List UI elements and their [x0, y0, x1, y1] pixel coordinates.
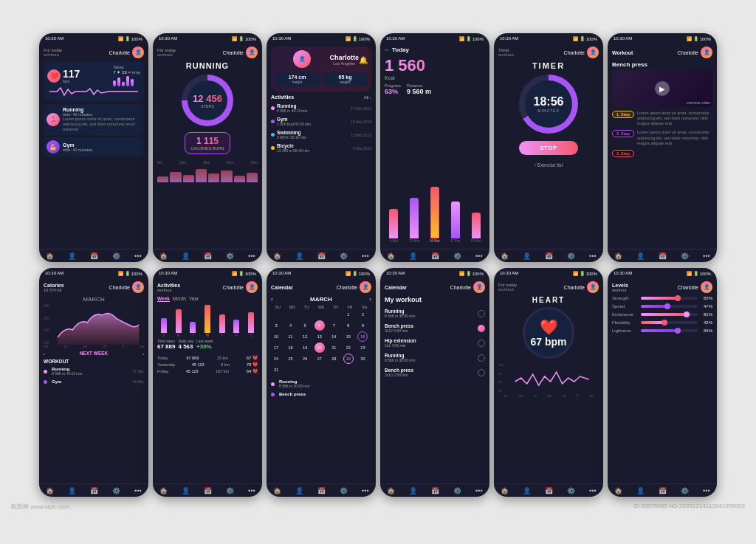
d-26[interactable]: 26	[300, 354, 310, 364]
nav-settings-icon-5[interactable]: ⚙️	[567, 252, 575, 260]
d-1[interactable]: 1	[343, 309, 354, 320]
tab-week[interactable]: Week	[157, 296, 170, 302]
workout-gym-7[interactable]: Gym 16 Mar	[44, 378, 144, 386]
d-6[interactable]: 6	[315, 320, 325, 331]
d-3[interactable]: 3	[271, 320, 281, 331]
nav-calendar-12[interactable]: 📅	[659, 487, 667, 495]
cal-running-9[interactable]: Running 8 566 m 30:00 min	[271, 378, 371, 390]
back-arrow[interactable]: ←	[385, 47, 390, 52]
bell-icon[interactable]: 🔔	[359, 56, 368, 64]
play-button[interactable]: ▶	[655, 81, 670, 96]
d-21[interactable]: 21	[329, 342, 339, 353]
mw-bench-1[interactable]: Bench press 3x12 5:00 min	[385, 321, 485, 336]
d-17[interactable]: 17	[271, 342, 281, 353]
d-9[interactable]: 9	[357, 320, 368, 331]
d-2[interactable]: 2	[357, 309, 368, 320]
nav-home-icon-2[interactable]: 🏠	[159, 252, 168, 260]
nav-person-icon-4[interactable]: 👤	[409, 252, 417, 260]
tab-month[interactable]: Month	[173, 296, 186, 302]
nav-more-11[interactable]: •••	[589, 487, 596, 495]
nav-settings-icon-6[interactable]: ⚙️	[681, 252, 689, 260]
endurance-thumb[interactable]	[684, 311, 690, 317]
nav-calendar-10[interactable]: 📅	[431, 487, 439, 495]
nav-person-icon-2[interactable]: 👤	[182, 252, 190, 260]
nav-more-icon-6[interactable]: •••	[703, 252, 709, 260]
nav-settings-icon-2[interactable]: ⚙️	[226, 252, 234, 260]
d-30[interactable]: 30	[357, 354, 368, 364]
d-8[interactable]: 8	[343, 320, 354, 331]
mw-running-2[interactable]: Running 8 566 m 30:00 min	[385, 351, 485, 365]
video-thumbnail[interactable]: ▶ exercise video	[612, 70, 712, 107]
d-13[interactable]: 13	[315, 331, 325, 342]
nav-more-10[interactable]: •••	[475, 487, 482, 495]
nav-home-12[interactable]: 🏠	[614, 487, 622, 495]
d-29[interactable]: 29	[343, 354, 354, 364]
nav-settings-8[interactable]: ⚙️	[226, 487, 234, 495]
d-23[interactable]: 23	[357, 342, 368, 353]
tab-year[interactable]: Year	[189, 296, 199, 302]
d-11[interactable]: 11	[286, 331, 296, 342]
d-31[interactable]: 31	[271, 365, 281, 375]
d-12[interactable]: 12	[300, 331, 310, 342]
nav-more-12[interactable]: •••	[703, 487, 709, 495]
mw-hip-1[interactable]: Hip extension 2x1 4:00 min	[385, 336, 485, 351]
nav-person-9[interactable]: 👤	[295, 487, 303, 495]
d-14[interactable]: 14	[329, 331, 339, 342]
gym-item[interactable]: 💪 Gym time: 40 minutes	[44, 137, 144, 156]
d-22[interactable]: 22	[343, 342, 354, 353]
nav-home-icon-5[interactable]: 🏠	[501, 252, 509, 260]
d-5[interactable]: 5	[300, 320, 310, 331]
d-25[interactable]: 25	[286, 354, 296, 364]
workout-running-7[interactable]: Running 8 566 m 44:13 min 17 Mar	[44, 365, 144, 378]
nav-home-icon-3[interactable]: 🏠	[273, 252, 281, 260]
d-24[interactable]: 24	[271, 354, 281, 364]
next-month-btn[interactable]: ›	[369, 296, 371, 303]
nav-person-8[interactable]: 👤	[182, 487, 190, 495]
nav-more-icon-2[interactable]: •••	[248, 252, 255, 260]
nav-home-icon-4[interactable]: 🏠	[387, 252, 395, 260]
nav-more-8[interactable]: •••	[248, 487, 255, 495]
d-28[interactable]: 28	[329, 354, 339, 364]
nav-calendar-icon-3[interactable]: 📅	[317, 252, 326, 260]
nav-home-icon-6[interactable]: 🏠	[614, 252, 622, 260]
d-20[interactable]: 20	[315, 342, 325, 353]
nav-more-9[interactable]: •••	[362, 487, 368, 495]
nav-home-11[interactable]: 🏠	[501, 487, 509, 495]
d-4[interactable]: 4	[286, 320, 296, 331]
next-week-btn[interactable]: ›	[142, 351, 144, 356]
exercise-list-link[interactable]: ‹ Exercise list	[498, 162, 599, 168]
mw-running-1[interactable]: Running 8 566 m 30:00 min	[385, 306, 485, 321]
nav-person-icon-3[interactable]: 👤	[295, 252, 303, 260]
nav-settings-10[interactable]: ⚙️	[453, 487, 461, 495]
d-19[interactable]: 19	[300, 342, 310, 353]
act-bicycle[interactable]: Bicycle 13 355 m 59:40 min 8 Mar 2019	[271, 142, 371, 155]
nav-settings-11[interactable]: ⚙️	[567, 487, 575, 495]
d-7[interactable]: 7	[329, 320, 339, 331]
speed-thumb[interactable]	[664, 303, 670, 309]
d-27[interactable]: 27	[315, 354, 325, 364]
nav-home-7[interactable]: 🏠	[46, 487, 54, 495]
nav-calendar-7[interactable]: 📅	[90, 487, 98, 495]
nav-more-icon-3[interactable]: •••	[362, 252, 368, 260]
mw-bench-2[interactable]: Bench press 2x10 2:50 min	[385, 365, 485, 380]
nav-person-11[interactable]: 👤	[523, 487, 531, 495]
d-18[interactable]: 18	[286, 342, 296, 353]
nav-calendar-icon-5[interactable]: 📅	[545, 252, 553, 260]
stop-button[interactable]: STOP	[519, 141, 578, 155]
flexibility-thumb[interactable]	[662, 320, 667, 326]
nav-home-8[interactable]: 🏠	[159, 487, 168, 495]
nav-home-10[interactable]: 🏠	[387, 487, 395, 495]
workout-tab-active[interactable]: Workout	[612, 50, 633, 55]
act-running[interactable]: Running 8 566 m 44:13 min 17 Mar 2019	[271, 102, 371, 115]
lightness-thumb[interactable]	[675, 328, 681, 334]
nav-calendar-icon-4[interactable]: 📅	[431, 252, 439, 260]
nav-more-icon-5[interactable]: •••	[589, 252, 596, 260]
nav-more-icon[interactable]: •••	[134, 252, 141, 260]
d-10[interactable]: 10	[271, 331, 281, 342]
nav-settings-9[interactable]: ⚙️	[340, 487, 348, 495]
strength-thumb[interactable]	[675, 295, 681, 301]
running-item[interactable]: 🏃 Running time: 40 minutes Lorem ipsum d…	[44, 104, 144, 135]
cal-bench-9[interactable]: Bench press	[271, 390, 371, 399]
nav-more-icon-4[interactable]: •••	[475, 252, 482, 260]
nav-person-icon[interactable]: 👤	[68, 252, 76, 260]
